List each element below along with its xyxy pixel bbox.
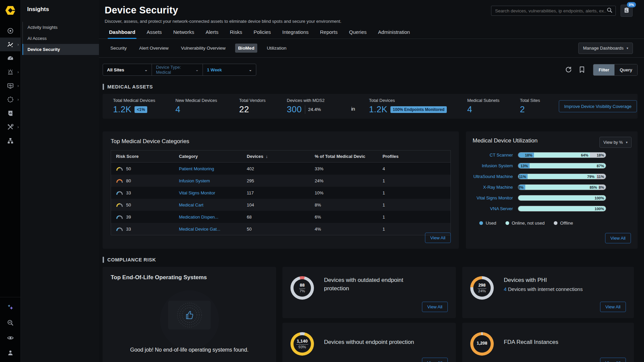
rail-item-dashboards[interactable] [0, 51, 20, 65]
device-type-link[interactable]: VNA Server [473, 206, 513, 211]
device-type-link[interactable]: X-Ray Machine [473, 185, 513, 190]
subtab-alert-overview[interactable]: Alert Overview [136, 44, 172, 53]
refresh-icon[interactable] [565, 66, 572, 73]
rail-item-investigate[interactable] [0, 316, 20, 329]
rail-item-insights[interactable]: › [0, 38, 20, 51]
device-type-link[interactable]: UltraSound Machine [473, 174, 513, 179]
stat-total-devices: Total Devices 1.2K100% Endpoints Monitor… [369, 98, 467, 115]
device-type-filter-dropdown[interactable]: Device Type: Medical⌄ [152, 64, 203, 75]
eye-icon [7, 334, 14, 342]
device-type-link[interactable]: Vital Signs Monitor [473, 195, 513, 200]
sidebar-item-ai-access[interactable]: AI Access [23, 33, 99, 44]
bar-segment: 11% [596, 174, 606, 179]
tab-reports[interactable]: Reports [320, 29, 338, 39]
view-all-button[interactable]: View All [425, 233, 451, 243]
tab-networks[interactable]: Networks [173, 29, 194, 39]
rail-item-ai[interactable] [0, 301, 20, 314]
sitemap-icon [7, 137, 14, 144]
search-icon[interactable] [607, 7, 612, 14]
tab-alerts[interactable]: Alerts [206, 29, 218, 39]
device-type-link[interactable]: CT Scanner [473, 153, 513, 158]
divider [305, 105, 305, 114]
card-info: Devices with outdated endpoint protectio… [324, 275, 410, 293]
view-all-button[interactable]: View All [422, 358, 448, 362]
filter-mode-button[interactable]: Filter [593, 64, 615, 75]
category-link[interactable]: Patient Monitoring [179, 166, 214, 171]
view-all-button[interactable]: View All [600, 302, 626, 312]
subtab-vulnerability-overview[interactable]: Vulnerability Overview [178, 44, 229, 53]
subtab-utilization[interactable]: Utilization [264, 44, 289, 53]
tab-administration[interactable]: Administration [378, 29, 410, 39]
search-input[interactable] [494, 8, 607, 14]
sidebar-item-activity-insights[interactable]: Activity Insights [23, 22, 99, 33]
caret-down-icon: ▾ [626, 140, 628, 144]
site-filter-dropdown[interactable]: All Sites⌄ [103, 64, 152, 75]
bar-segment: 11% [518, 174, 528, 179]
bar-segment: 8% [599, 185, 606, 190]
card-title: Devices with PHI [504, 276, 583, 285]
bar-segment: 79% [528, 174, 596, 179]
panel-title: Top Medical Device Categories [111, 138, 451, 145]
query-mode-button[interactable]: Query [614, 64, 637, 75]
rail-item-tools[interactable]: › [0, 120, 20, 134]
category-link[interactable]: Infusion System [179, 178, 210, 183]
bookmark-icon[interactable] [579, 66, 585, 73]
siren-icon [7, 68, 14, 76]
view-by-dropdown[interactable]: View by %▾ [599, 137, 632, 148]
category-link[interactable]: Medication Dispen... [179, 215, 218, 220]
rail-item-user[interactable] [0, 347, 20, 359]
view-all-button[interactable]: View All [605, 233, 631, 243]
coverage-checklist-button[interactable]: 0% [621, 5, 633, 17]
subtab-biomed[interactable]: BioMed [235, 44, 258, 53]
donut-chart: 88 7% [290, 276, 314, 300]
card-title: Devices without endpoint protection [324, 338, 414, 347]
table-header-row: Risk Score Category Devices↓ % of Total … [111, 150, 450, 163]
stacked-bar: 8%85%8% [518, 184, 606, 190]
sidebar-item-device-security[interactable]: Device Security [22, 44, 99, 55]
sort-descending-icon[interactable]: ↓ [266, 154, 268, 159]
rail-item-integrations[interactable]: › [0, 93, 20, 106]
tab-risks[interactable]: Risks [230, 29, 242, 39]
category-link[interactable]: Medical Cart [179, 202, 203, 207]
stacked-bar: 18%64%18% [518, 152, 606, 158]
rail-bottom-group [0, 297, 20, 362]
caret-down-icon: ▾ [627, 46, 628, 50]
manage-dashboards-button[interactable]: Manage Dashboards ▾ [578, 43, 633, 54]
stat-total-sites: Total Sites 2 [520, 98, 559, 115]
medical-assets-section-header: MEDICAL ASSETS [103, 84, 638, 90]
compliance-cards: Top End-Of-Life Operating Systems Good [103, 267, 638, 362]
tab-dashboard[interactable]: Dashboard [109, 29, 135, 39]
endpoints-monitored-badge: 100% Endpoints Monitored [390, 106, 447, 113]
risk-gauge-icon [116, 215, 123, 219]
chevron-right-icon: › [17, 43, 19, 47]
tab-policies[interactable]: Policies [254, 29, 271, 39]
tab-assets[interactable]: Assets [147, 29, 162, 39]
rail-item-discovery[interactable] [0, 24, 20, 38]
eol-success-message: Good job! No end-of-life operating syste… [111, 347, 268, 353]
tab-queries[interactable]: Queries [349, 29, 367, 39]
thumbs-up-graphic [168, 301, 211, 329]
view-all-button[interactable]: View All [422, 302, 448, 312]
donut-chart: 1,208 [470, 332, 494, 356]
view-all-button[interactable]: View All [600, 358, 626, 362]
category-link[interactable]: Vital Signs Monitor [179, 190, 215, 195]
rail-item-network-topology[interactable] [0, 134, 20, 147]
global-search[interactable] [491, 6, 616, 16]
compliance-risk-section-header: COMPLIANCE RISK [103, 257, 638, 263]
subtab-security[interactable]: Security [107, 44, 130, 53]
device-type-link[interactable]: Infusion System [473, 163, 513, 168]
legend-dot [505, 221, 509, 225]
category-link[interactable]: Medical Device Gat... [179, 227, 220, 232]
utilization-bars: CT Scanner18%64%18% Infusion System13%87… [473, 152, 631, 212]
risk-gauge-icon [116, 227, 123, 231]
rail-item-alerts[interactable]: › [0, 65, 20, 79]
rail-item-monitoring[interactable]: › [0, 79, 20, 93]
page-subtitle: Discover, assess, and protect your netwo… [105, 19, 637, 24]
improve-visibility-button[interactable]: Improve Device Visibility Coverage [559, 100, 637, 112]
time-range-filter-dropdown[interactable]: 1 Week⌄ [203, 64, 256, 75]
rail-item-reports[interactable] [0, 106, 20, 120]
card-info: Devices with PHI 4 Devices with internet… [504, 275, 583, 292]
tab-integrations[interactable]: Integrations [282, 29, 309, 39]
utilization-row: Vital Signs Monitor100% [473, 195, 631, 201]
rail-item-visibility[interactable] [0, 331, 20, 344]
